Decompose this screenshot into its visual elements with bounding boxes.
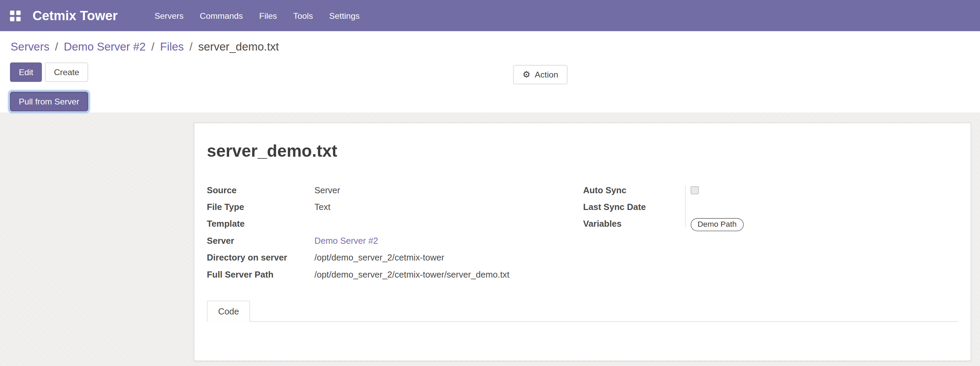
top-navbar: Cetmix Tower Servers Commands Files Tool…: [0, 0, 980, 32]
apps-grid-square: [16, 10, 21, 15]
variable-tag-demo-path[interactable]: Demo Path: [691, 218, 744, 231]
field-value: Server: [315, 185, 340, 196]
field-server: Server Demo Server #2: [207, 235, 583, 247]
field-label: Server: [207, 235, 315, 247]
field-value: Text: [315, 201, 331, 213]
field-label: Full Server Path: [207, 269, 315, 281]
page-title: server_demo.txt: [207, 142, 958, 161]
breadcrumb: Servers / Demo Server #2 / Files / serve…: [0, 32, 980, 63]
control-panel: Edit Create Action: [0, 62, 980, 88]
action-button[interactable]: Action: [513, 65, 568, 84]
field-group-right: Auto Sync Last Sync Date Variables Demo …: [583, 185, 958, 286]
field-label: Template: [207, 218, 315, 230]
breadcrumb-separator: /: [151, 40, 154, 53]
viewport: Cetmix Tower Servers Commands Files Tool…: [0, 0, 980, 366]
menu-item-files[interactable]: Files: [251, 1, 285, 30]
field-variables: Variables Demo Path: [583, 218, 958, 231]
field-label: Directory on server: [207, 252, 315, 264]
breadcrumb-servers[interactable]: Servers: [11, 40, 49, 53]
create-button[interactable]: Create: [45, 62, 88, 82]
notebook-tabs: Code: [207, 301, 958, 321]
field-label: Auto Sync: [583, 185, 691, 196]
edit-button[interactable]: Edit: [10, 62, 42, 82]
form-sheet: server_demo.txt Source Server File Type …: [194, 123, 971, 361]
field-divider: [685, 186, 686, 227]
breadcrumb-files[interactable]: Files: [160, 40, 184, 53]
brand-title[interactable]: Cetmix Tower: [32, 8, 118, 23]
field-label: Variables: [583, 218, 691, 230]
field-file-type: File Type Text: [207, 201, 583, 213]
field-source: Source Server: [207, 185, 583, 196]
content-area: server_demo.txt Source Server File Type …: [0, 112, 980, 366]
field-label: Last Sync Date: [583, 201, 691, 213]
breadcrumb-separator: /: [55, 40, 58, 53]
breadcrumb-separator: /: [189, 40, 192, 53]
field-groups: Source Server File Type Text Template Se…: [207, 185, 958, 286]
code-tab-content: [207, 322, 958, 361]
field-label: File Type: [207, 201, 315, 213]
field-last-sync-date: Last Sync Date: [583, 201, 958, 213]
apps-grid-square: [10, 17, 14, 21]
auto-sync-checkbox[interactable]: [691, 186, 699, 194]
action-button-label: Action: [535, 65, 558, 84]
breadcrumb-current: server_demo.txt: [198, 40, 278, 53]
field-full-path: Full Server Path /opt/demo_server_2/cetm…: [207, 269, 583, 281]
field-directory: Directory on server /opt/demo_server_2/c…: [207, 252, 583, 264]
apps-grid-icon[interactable]: [10, 10, 21, 21]
apps-grid-square: [16, 17, 21, 21]
menu-item-servers[interactable]: Servers: [146, 1, 192, 30]
field-value: /opt/demo_server_2/cetmix-tower: [315, 252, 444, 264]
field-value: /opt/demo_server_2/cetmix-tower/server_d…: [315, 269, 509, 281]
tab-code[interactable]: Code: [207, 301, 250, 321]
menu-item-commands[interactable]: Commands: [192, 1, 251, 30]
field-group-left: Source Server File Type Text Template Se…: [207, 185, 583, 286]
server-link[interactable]: Demo Server #2: [315, 235, 378, 247]
main-menu: Servers Commands Files Tools Settings: [146, 1, 368, 30]
menu-item-settings[interactable]: Settings: [321, 1, 368, 30]
gear-icon: [522, 65, 535, 84]
menu-item-tools[interactable]: Tools: [285, 1, 321, 30]
server-actions-row: Pull from Server: [0, 88, 980, 112]
field-label: Source: [207, 185, 315, 196]
breadcrumb-demo-server[interactable]: Demo Server #2: [64, 40, 146, 53]
field-template: Template: [207, 218, 583, 230]
apps-grid-square: [10, 10, 14, 15]
field-auto-sync: Auto Sync: [583, 185, 958, 196]
pull-from-server-button[interactable]: Pull from Server: [10, 92, 88, 111]
